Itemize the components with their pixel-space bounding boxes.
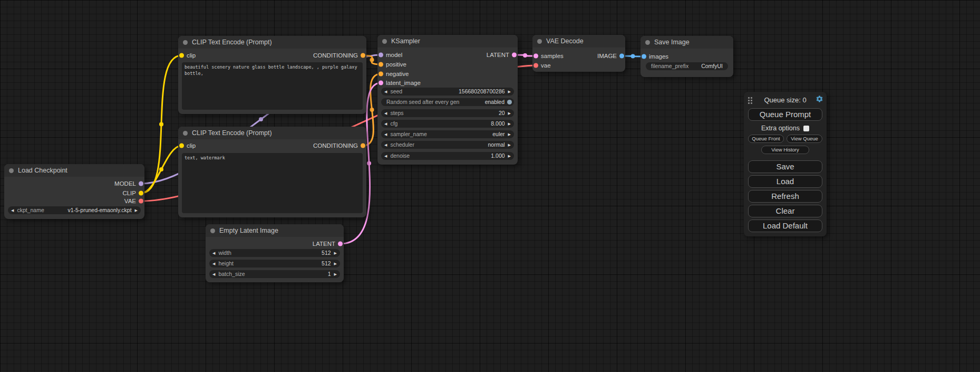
node-empty-latent-image[interactable]: Empty Latent Image LATENT ◀ width 512 ▶ … [206,224,344,282]
node-clip-text-encode-positive[interactable]: CLIP Text Encode (Prompt) clip CONDITION… [178,36,366,114]
decrement-arrow-icon[interactable]: ◀ [381,152,390,160]
collapse-dot-icon[interactable] [183,131,188,136]
extra-options-checkbox[interactable] [803,126,809,131]
input-slot-clip[interactable] [179,53,184,58]
view-queue-button[interactable]: View Queue [787,135,822,143]
clear-button[interactable]: Clear [748,205,822,217]
increment-arrow-icon[interactable]: ▶ [331,249,340,257]
node-title: VAE Decode [546,37,584,45]
collapse-dot-icon[interactable] [9,168,14,173]
queue-front-button[interactable]: Queue Front [748,135,784,143]
output-slot-clip[interactable] [139,191,143,196]
denoise-widget[interactable]: ◀ denoise 1.000 ▶ [381,152,514,160]
decrement-arrow-icon[interactable]: ◀ [381,130,390,138]
node-header[interactable]: VAE Decode [532,35,625,47]
load-button[interactable]: Load [748,175,822,188]
view-history-button[interactable]: View History [761,146,809,154]
cfg-widget[interactable]: ◀ cfg 8.000 ▶ [381,120,514,128]
steps-widget[interactable]: ◀ steps 20 ▶ [381,109,514,117]
toggle-dot-icon[interactable] [507,100,512,104]
output-slot-latent[interactable] [338,242,343,246]
output-slot-model[interactable] [139,182,143,186]
node-graph-canvas[interactable]: Load Checkpoint MODEL CLIP VAE ◀ ckpt_na… [0,0,980,372]
seed-widget[interactable]: ◀ seed 156680208700286 ▶ [381,88,514,96]
positive-prompt-textarea[interactable]: beautiful scenery nature glass bottle la… [182,62,363,110]
node-header[interactable]: Empty Latent Image [206,224,344,237]
drag-handle-icon[interactable] [748,97,753,104]
node-header[interactable]: Save Image [641,36,733,49]
input-slot-latent-image[interactable] [379,81,383,85]
increment-arrow-icon[interactable]: ▶ [505,130,514,138]
node-ksampler[interactable]: KSampler model LATENT positive negative … [377,35,518,165]
output-slot-conditioning[interactable] [361,144,365,148]
sampler-name-widget[interactable]: ◀ sampler_name euler ▶ [381,130,514,138]
node-clip-text-encode-negative[interactable]: CLIP Text Encode (Prompt) clip CONDITION… [178,127,366,217]
widget-label: filename_prefix [646,62,688,70]
decrement-arrow-icon[interactable]: ◀ [381,120,390,128]
node-title: CLIP Text Encode (Prompt) [192,129,272,137]
queue-prompt-button[interactable]: Queue Prompt [748,108,822,121]
batch-size-widget[interactable]: ◀ batch_size 1 ▶ [209,270,340,278]
increment-arrow-icon[interactable]: ▶ [505,109,514,117]
filename-prefix-widget[interactable]: filename_prefix ComfyUI [646,62,728,70]
decrement-arrow-icon[interactable]: ◀ [209,260,218,268]
negative-prompt-textarea[interactable]: text, watermark [182,153,363,213]
output-slot-conditioning[interactable] [361,53,365,58]
increment-arrow-icon[interactable]: ▶ [132,206,141,214]
widget-value: normal [488,141,505,149]
input-slot-clip[interactable] [179,144,184,148]
slot-label-model: model [386,52,402,58]
decrement-arrow-icon[interactable]: ◀ [381,141,390,149]
slot-label-samples: samples [541,53,564,59]
queue-menu-panel[interactable]: Queue size: 0 Queue Prompt Extra options… [744,92,827,236]
save-button[interactable]: Save [748,160,822,173]
increment-arrow-icon[interactable]: ▶ [331,260,340,268]
collapse-dot-icon[interactable] [210,228,215,233]
decrement-arrow-icon[interactable]: ◀ [381,88,390,96]
node-load-checkpoint[interactable]: Load Checkpoint MODEL CLIP VAE ◀ ckpt_na… [4,164,144,219]
settings-gear-icon[interactable] [816,95,823,103]
scheduler-widget[interactable]: ◀ scheduler normal ▶ [381,141,514,149]
decrement-arrow-icon[interactable]: ◀ [381,109,390,117]
increment-arrow-icon[interactable]: ▶ [505,141,514,149]
height-widget[interactable]: ◀ height 512 ▶ [209,260,340,268]
collapse-dot-icon[interactable] [537,39,542,44]
input-slot-vae[interactable] [533,63,538,68]
node-header[interactable]: CLIP Text Encode (Prompt) [178,127,366,139]
node-vae-decode[interactable]: VAE Decode samples IMAGE vae [532,35,625,72]
input-slot-negative[interactable] [379,72,383,77]
node-header[interactable]: Load Checkpoint [4,164,144,177]
increment-arrow-icon[interactable]: ▶ [331,270,340,278]
increment-arrow-icon[interactable]: ▶ [505,120,514,128]
node-header[interactable]: CLIP Text Encode (Prompt) [178,36,366,49]
random-seed-toggle-widget[interactable]: Random seed after every gen enabled [381,98,514,106]
input-slot-model[interactable] [379,53,383,58]
output-slot-vae[interactable] [139,199,143,204]
load-default-button[interactable]: Load Default [748,220,822,232]
ckpt-name-widget[interactable]: ◀ ckpt_name v1-5-pruned-emaonly.ckpt ▶ [8,206,141,214]
slot-label-conditioning: CONDITIONING [313,142,358,149]
widget-value: 512 [322,260,331,268]
decrement-arrow-icon[interactable]: ◀ [209,270,218,278]
output-slot-image[interactable] [619,54,624,59]
wire-midpoint-dot [370,58,374,62]
decrement-arrow-icon[interactable]: ◀ [209,249,218,257]
node-save-image[interactable]: Save Image images filename_prefix ComfyU… [641,36,733,77]
input-slot-images[interactable] [642,54,646,59]
output-slot-latent[interactable] [512,53,517,58]
refresh-button[interactable]: Refresh [748,190,822,203]
decrement-arrow-icon[interactable]: ◀ [8,206,17,214]
widget-value: 20 [499,109,505,117]
widget-label: denoise [390,152,410,160]
input-slot-positive[interactable] [379,62,383,67]
node-header[interactable]: KSampler [377,35,518,47]
collapse-dot-icon[interactable] [645,40,650,45]
width-widget[interactable]: ◀ width 512 ▶ [209,249,340,257]
collapse-dot-icon[interactable] [382,39,387,44]
increment-arrow-icon[interactable]: ▶ [505,88,514,96]
increment-arrow-icon[interactable]: ▶ [505,152,514,160]
collapse-dot-icon[interactable] [183,40,188,45]
wire-midpoint-dot [631,54,635,59]
slot-label-latent-image: latent_image [386,80,421,86]
input-slot-samples[interactable] [533,54,538,59]
